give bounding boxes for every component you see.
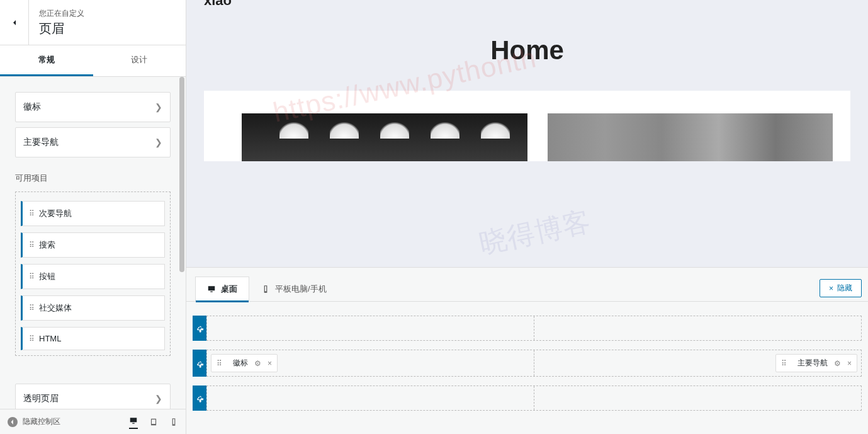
tablet-icon	[261, 285, 270, 294]
item-transparent-header[interactable]: 透明页眉 ❯	[15, 384, 171, 409]
grip-icon: ⠿	[29, 209, 34, 218]
gear-icon	[195, 394, 204, 403]
sidebar-tabs: 常规 设计	[0, 45, 186, 77]
tab-general[interactable]: 常规	[0, 45, 93, 76]
hide-controls-label: 隐藏控制区	[23, 416, 60, 427]
sidebar-scrollbar[interactable]	[179, 77, 184, 409]
collapse-icon	[8, 417, 18, 427]
drag-item-label: 搜索	[39, 239, 55, 251]
chevron-right-icon: ❯	[155, 102, 162, 112]
row-body[interactable]	[206, 385, 862, 411]
hero-section: Home	[186, 0, 868, 91]
back-button[interactable]	[0, 0, 29, 45]
chevron-right-icon: ❯	[155, 394, 162, 404]
drag-item-social[interactable]: ⠿社交媒体	[21, 295, 165, 321]
gear-icon	[195, 324, 204, 333]
builder-row-middle: ⠿ 徽标 ⚙ × ⠿ 主要导航 ⚙ ×	[193, 350, 862, 377]
scroll-thumb[interactable]	[179, 77, 184, 272]
customizer-sidebar: 您正在自定义 页眉 常规 设计 徽标 ❯ 主要导航 ❯ 可用项目 ⠿次要导航 ⠿…	[0, 0, 186, 434]
builder-rows: ⠿ 徽标 ⚙ × ⠿ 主要导航 ⚙ ×	[186, 301, 868, 411]
grip-icon: ⠿	[217, 359, 222, 368]
sidebar-footer: 隐藏控制区	[0, 409, 186, 434]
available-items-label: 可用项目	[15, 173, 171, 184]
row-body[interactable]: ⠿ 徽标 ⚙ × ⠿ 主要导航 ⚙ ×	[206, 350, 862, 377]
close-icon[interactable]: ×	[847, 359, 852, 368]
desktop-icon[interactable]	[129, 415, 138, 429]
row-settings-button[interactable]	[193, 350, 206, 377]
sidebar-body: 徽标 ❯ 主要导航 ❯ 可用项目 ⠿次要导航 ⠿搜索 ⠿按钮 ⠿社交媒体 ⠿HT…	[0, 77, 186, 409]
close-icon[interactable]: ×	[268, 359, 272, 368]
preview-image-2	[548, 113, 833, 161]
tablet-icon[interactable]	[149, 416, 158, 428]
chip-primary-nav[interactable]: ⠿ 主要导航 ⚙ ×	[775, 354, 857, 372]
close-icon: ×	[829, 284, 833, 293]
builder-tab-tablet[interactable]: 平板电脑/手机	[249, 277, 339, 302]
drag-item-label: 社交媒体	[39, 302, 72, 314]
item-primary-nav-label: 主要导航	[23, 137, 59, 148]
row-col-right[interactable]	[534, 316, 861, 340]
drag-item-label: HTML	[39, 334, 61, 343]
hide-builder-label: 隐藏	[837, 283, 852, 294]
preview-pane: xiao Home	[186, 0, 868, 267]
row-settings-button[interactable]	[193, 385, 206, 411]
grip-icon: ⠿	[29, 241, 34, 249]
builder-row-top	[193, 316, 862, 341]
chevron-right-icon: ❯	[155, 137, 162, 147]
hide-controls-button[interactable]: 隐藏控制区	[8, 416, 60, 427]
grip-icon: ⠿	[29, 304, 34, 312]
header-text: 您正在自定义 页眉	[29, 2, 94, 43]
item-primary-nav[interactable]: 主要导航 ❯	[15, 127, 171, 157]
row-body[interactable]	[206, 316, 862, 341]
item-logo-label: 徽标	[23, 101, 41, 113]
chip-logo-label: 徽标	[233, 358, 248, 368]
gear-icon[interactable]: ⚙	[834, 359, 841, 368]
builder-row-bottom	[193, 385, 862, 411]
desktop-icon	[207, 285, 216, 294]
gear-icon	[195, 359, 204, 368]
tab-design[interactable]: 设计	[93, 45, 186, 76]
builder-tab-desktop-label: 桌面	[221, 283, 237, 295]
row-settings-button[interactable]	[193, 316, 206, 341]
chip-logo[interactable]: ⠿ 徽标 ⚙ ×	[211, 354, 278, 372]
preview-images	[204, 94, 850, 161]
drag-item-button[interactable]: ⠿按钮	[21, 264, 165, 289]
row-col-left[interactable]: ⠿ 徽标 ⚙ ×	[207, 350, 534, 376]
row-col-right[interactable]	[534, 386, 861, 410]
site-logo: xiao	[204, 0, 232, 9]
header-builder: 桌面 平板电脑/手机 × 隐藏 ⠿ 徽标	[186, 267, 868, 434]
preview-image-1	[242, 113, 527, 161]
drag-item-label: 次要导航	[39, 208, 72, 219]
mobile-icon[interactable]	[169, 416, 178, 428]
hide-builder-button[interactable]: × 隐藏	[820, 279, 862, 297]
drag-item-secondary-nav[interactable]: ⠿次要导航	[21, 201, 165, 226]
grip-icon: ⠿	[781, 359, 786, 368]
drag-item-label: 按钮	[39, 271, 55, 282]
drag-item-html[interactable]: ⠿HTML	[21, 327, 165, 350]
chip-primary-nav-label: 主要导航	[798, 358, 828, 368]
grip-icon: ⠿	[29, 272, 34, 281]
item-logo[interactable]: 徽标 ❯	[15, 92, 171, 122]
drag-item-search[interactable]: ⠿搜索	[21, 232, 165, 258]
row-col-left[interactable]	[207, 316, 534, 340]
header-title: 页眉	[39, 20, 84, 37]
builder-tab-tablet-label: 平板电脑/手机	[275, 283, 327, 295]
builder-tabs: 桌面 平板电脑/手机 × 隐藏	[186, 268, 868, 302]
header-subtitle: 您正在自定义	[39, 8, 84, 19]
available-items-area: ⠿次要导航 ⠿搜索 ⠿按钮 ⠿社交媒体 ⠿HTML	[15, 191, 171, 356]
sidebar-header: 您正在自定义 页眉	[0, 0, 186, 45]
grip-icon: ⠿	[29, 334, 34, 343]
device-icons	[129, 415, 178, 429]
builder-tab-desktop[interactable]: 桌面	[195, 277, 249, 302]
row-col-right[interactable]: ⠿ 主要导航 ⚙ ×	[534, 350, 861, 376]
chevron-left-icon	[9, 18, 20, 28]
gear-icon[interactable]: ⚙	[254, 359, 261, 368]
row-col-left[interactable]	[207, 386, 534, 410]
item-transparent-label: 透明页眉	[23, 393, 59, 404]
page-title: Home	[186, 35, 868, 66]
